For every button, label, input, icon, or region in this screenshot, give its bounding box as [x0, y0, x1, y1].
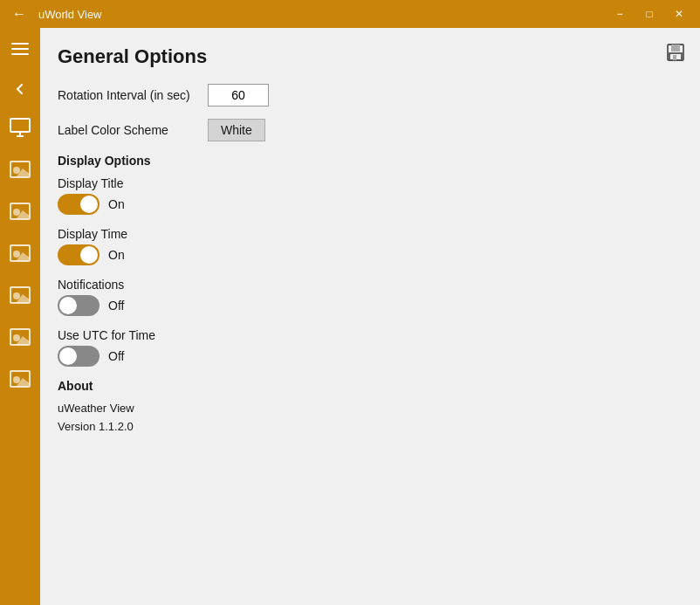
utc-toggle-row: Off — [58, 346, 683, 367]
display-title-state: On — [108, 197, 125, 211]
main-area: General Options Rotation Interval (in se… — [0, 28, 700, 605]
sidebar — [0, 28, 40, 605]
save-button[interactable] — [660, 37, 691, 68]
notifications-toggle-knob — [59, 297, 77, 314]
sidebar-top — [0, 31, 40, 107]
label-color-scheme-button[interactable]: White — [208, 119, 265, 141]
svg-rect-7 — [671, 45, 680, 52]
svg-rect-0 — [11, 43, 29, 45]
about-title: About — [58, 379, 683, 393]
notifications-toggle-row: Off — [58, 295, 683, 316]
notifications-state: Off — [108, 299, 124, 313]
svg-rect-3 — [10, 119, 30, 132]
about-section: About uWeather View Version 1.1.2.0 — [58, 379, 683, 437]
rotation-interval-label: Rotation Interval (in sec) — [58, 88, 197, 102]
sidebar-item-3[interactable] — [0, 232, 40, 274]
label-color-scheme-label: Label Color Scheme — [58, 123, 197, 137]
label-color-scheme-row: Label Color Scheme White — [58, 119, 683, 141]
content-area: General Options Rotation Interval (in se… — [40, 28, 700, 605]
rotation-interval-row: Rotation Interval (in sec) — [58, 84, 683, 107]
display-time-toggle-row: On — [58, 244, 683, 265]
about-version: Version 1.1.2.0 — [58, 418, 683, 437]
utc-state: Off — [108, 349, 124, 363]
notifications-label: Notifications — [58, 278, 683, 292]
display-time-toggle[interactable] — [58, 244, 100, 265]
nav-back-button[interactable] — [0, 72, 40, 107]
sidebar-item-2[interactable] — [0, 190, 40, 232]
app-title: uWorld View — [38, 8, 102, 21]
window-controls: − □ ✕ — [606, 3, 693, 24]
sidebar-items — [0, 107, 40, 400]
svg-rect-9 — [673, 55, 676, 60]
svg-rect-2 — [11, 53, 29, 55]
sidebar-item-6[interactable] — [0, 358, 40, 400]
display-time-toggle-knob — [80, 246, 98, 264]
utc-toggle[interactable] — [58, 346, 100, 367]
display-time-label: Display Time — [58, 227, 683, 241]
display-title-toggle-knob — [80, 196, 98, 213]
utc-toggle-knob — [59, 347, 77, 365]
page-title: General Options — [58, 45, 683, 68]
sidebar-item-monitor[interactable] — [0, 107, 40, 148]
about-app-name: uWeather View — [58, 400, 683, 418]
display-options-title: Display Options — [58, 154, 683, 168]
sidebar-item-1[interactable] — [0, 148, 40, 190]
content-inner: General Options Rotation Interval (in se… — [40, 28, 700, 605]
display-title-toggle[interactable] — [58, 194, 100, 215]
minimize-button[interactable]: − — [606, 3, 634, 24]
hamburger-button[interactable] — [0, 31, 40, 66]
title-bar-left: ← uWorld View — [7, 3, 102, 25]
utc-label: Use UTC for Time — [58, 328, 683, 342]
maximize-button[interactable]: □ — [635, 3, 663, 24]
display-time-state: On — [108, 248, 125, 262]
close-button[interactable]: ✕ — [665, 3, 693, 24]
rotation-interval-input[interactable] — [208, 84, 269, 107]
svg-rect-1 — [11, 48, 29, 50]
sidebar-item-4[interactable] — [0, 274, 40, 316]
display-title-toggle-row: On — [58, 194, 683, 215]
notifications-toggle[interactable] — [58, 295, 100, 316]
back-button[interactable]: ← — [7, 3, 31, 25]
display-title-label: Display Title — [58, 176, 683, 190]
sidebar-item-5[interactable] — [0, 316, 40, 358]
title-bar: ← uWorld View − □ ✕ — [0, 0, 700, 28]
